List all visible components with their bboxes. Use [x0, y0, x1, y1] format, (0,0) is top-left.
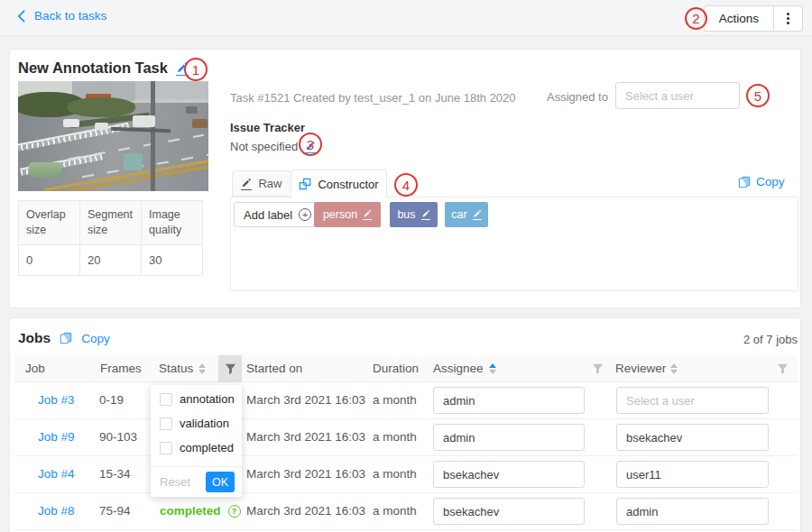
label-chip-person[interactable]: person — [314, 202, 381, 227]
param-value: 0 — [19, 244, 80, 275]
param-header: Segment size — [80, 201, 142, 245]
assignee-input[interactable] — [433, 424, 585, 451]
issue-tracker-text: Not specified — [230, 140, 298, 153]
job-row: Job #9 90-103 March 3rd 2021 16:03 a mon… — [14, 419, 798, 456]
job-link[interactable]: Job #4 — [38, 467, 75, 481]
thumb-car — [186, 106, 198, 114]
assigned-to-input[interactable] — [615, 82, 740, 109]
status-sort-control[interactable] — [198, 363, 206, 374]
filter-option-label: annotation — [180, 392, 235, 406]
annotation-marker-2: 2 — [685, 7, 707, 30]
col-reviewer[interactable]: Reviewer — [615, 362, 666, 375]
param-header: Overlap size — [19, 201, 80, 245]
param-value: 30 — [142, 244, 203, 275]
col-job: Job — [25, 362, 45, 375]
actions-button[interactable]: Actions — [704, 5, 774, 32]
edit-label-icon[interactable] — [421, 209, 430, 220]
filter-ok-button[interactable]: OK — [206, 472, 235, 492]
checkbox-icon[interactable] — [160, 393, 172, 406]
job-link[interactable]: Job #8 — [38, 504, 75, 518]
col-status[interactable]: Status — [159, 362, 193, 375]
filter-option-annotation[interactable]: annotation — [160, 392, 235, 406]
filter-option-validation[interactable]: validation — [160, 417, 229, 430]
back-chevron-icon — [16, 10, 26, 23]
constructor-tab-label: Constructor — [318, 178, 378, 191]
copy-icon — [60, 332, 72, 344]
ellipsis-vertical-icon — [787, 13, 789, 24]
job-row: Job #4 15-34 March 3rd 2021 16:03 a mont… — [14, 456, 798, 493]
status-filter-button[interactable] — [218, 355, 242, 382]
job-row: Job #8 75-94 completed March 3rd 2021 16… — [14, 493, 798, 530]
jobs-table-header: Job Frames Status Started on Duration As… — [14, 355, 798, 382]
job-status-text: completed — [160, 504, 221, 518]
label-chip-text: person — [323, 208, 357, 221]
tab-raw[interactable]: Raw — [232, 170, 291, 197]
dropdown-divider — [151, 466, 242, 467]
checkbox-icon[interactable] — [160, 417, 172, 430]
job-duration: a month — [373, 504, 417, 518]
jobs-count: 2 of 7 jobs — [743, 333, 798, 346]
param-header: Image quality — [142, 201, 203, 245]
assignee-input[interactable] — [433, 498, 585, 525]
edit-label-icon[interactable] — [473, 209, 482, 220]
edit-label-icon[interactable] — [363, 209, 372, 220]
thumb-building — [135, 81, 208, 99]
raw-tab-label: Raw — [258, 177, 281, 190]
thumb-car — [29, 162, 61, 178]
raw-tab-edit-icon — [241, 178, 252, 190]
col-duration: Duration — [373, 362, 419, 375]
status-filter-dropdown: annotation validation completed Reset OK — [151, 385, 242, 497]
label-chip-car[interactable]: car — [445, 202, 488, 227]
assignee-input[interactable] — [433, 387, 585, 414]
job-row: Job #3 0-19 March 3rd 2021 16:03 a month — [14, 382, 798, 419]
job-frames: 0-19 — [99, 393, 124, 407]
copy-jobs-button[interactable]: Copy — [81, 332, 110, 345]
job-started: March 3rd 2021 16:03 — [246, 393, 365, 407]
thumb-car — [133, 115, 155, 127]
constructor-tab-block-icon — [299, 178, 311, 190]
reviewer-sort-control[interactable] — [670, 363, 678, 374]
reviewer-input[interactable] — [616, 461, 769, 488]
copy-labels-label: Copy — [756, 175, 785, 188]
job-duration: a month — [373, 467, 417, 481]
add-label-button[interactable]: Add label — [234, 202, 321, 227]
reviewer-input[interactable] — [616, 387, 769, 414]
jobs-title: Jobs — [18, 330, 51, 346]
col-started: Started on — [246, 362, 302, 375]
job-started: March 3rd 2021 16:03 — [246, 504, 365, 518]
issue-tracker-label: Issue Tracker — [230, 121, 305, 134]
reviewer-input[interactable] — [616, 498, 769, 525]
thumb-pole — [151, 81, 155, 191]
task-params-table: Overlap size Segment size Image quality … — [18, 200, 203, 276]
task-preview-image — [18, 81, 208, 191]
filter-reset-button[interactable]: Reset — [160, 475, 190, 489]
job-duration: a month — [373, 393, 417, 407]
job-frames: 75-94 — [99, 504, 131, 518]
assignee-sort-control[interactable] — [489, 363, 496, 374]
reviewer-input[interactable] — [616, 424, 769, 451]
question-circle-icon[interactable] — [228, 505, 241, 518]
label-chip-bus[interactable]: bus — [390, 202, 438, 227]
job-frames: 90-103 — [99, 430, 137, 444]
task-title: New Annotation Task — [18, 60, 189, 77]
job-frames: 15-34 — [99, 467, 131, 481]
back-to-tasks-link[interactable]: Back to tasks — [16, 9, 106, 23]
job-link[interactable]: Job #3 — [38, 393, 75, 407]
copy-labels-button[interactable]: Copy — [738, 175, 785, 188]
actions-more-button[interactable] — [773, 5, 803, 32]
checkbox-icon[interactable] — [160, 442, 172, 454]
copy-icon — [738, 176, 751, 188]
reviewer-filter-button[interactable] — [777, 363, 789, 375]
tab-constructor[interactable]: Constructor — [291, 170, 387, 197]
label-chip-text: car — [451, 208, 466, 221]
job-link[interactable]: Job #9 — [38, 430, 75, 444]
annotation-marker-3: 3 — [299, 133, 322, 156]
job-started: March 3rd 2021 16:03 — [246, 467, 365, 481]
label-chip-text: bus — [397, 208, 415, 221]
annotation-marker-4: 4 — [394, 173, 418, 197]
filter-option-completed[interactable]: completed — [160, 441, 234, 454]
assignee-filter-button[interactable] — [592, 363, 604, 375]
job-started: March 3rd 2021 16:03 — [246, 430, 365, 444]
col-assignee[interactable]: Assignee — [433, 362, 484, 375]
assignee-input[interactable] — [433, 461, 585, 488]
